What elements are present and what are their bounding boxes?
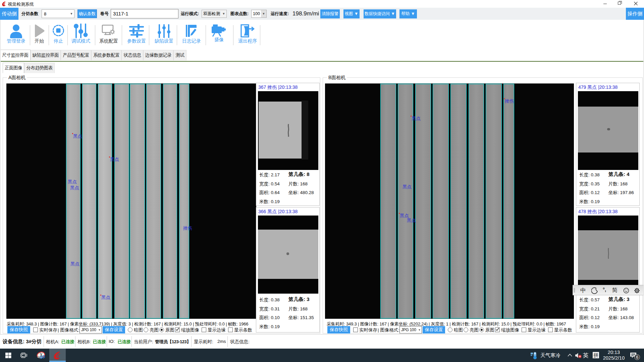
svg-text:挫伤: 挫伤 <box>504 99 514 104</box>
svg-text:黑点: 黑点 <box>412 116 421 121</box>
svg-text:黑点: 黑点 <box>73 134 82 139</box>
svg-text:挫伤: 挫伤 <box>183 226 192 231</box>
svg-text:黑点: 黑点 <box>400 213 409 218</box>
svg-text:黑点: 黑点 <box>402 184 412 189</box>
svg-text:黑点: 黑点 <box>101 295 110 300</box>
svg-text:黑点: 黑点 <box>70 185 79 190</box>
svg-text:黑点: 黑点 <box>407 218 416 223</box>
svg-text:黑点: 黑点 <box>68 179 77 184</box>
svg-text:黑点: 黑点 <box>110 157 119 162</box>
svg-text:黑点: 黑点 <box>70 261 79 266</box>
